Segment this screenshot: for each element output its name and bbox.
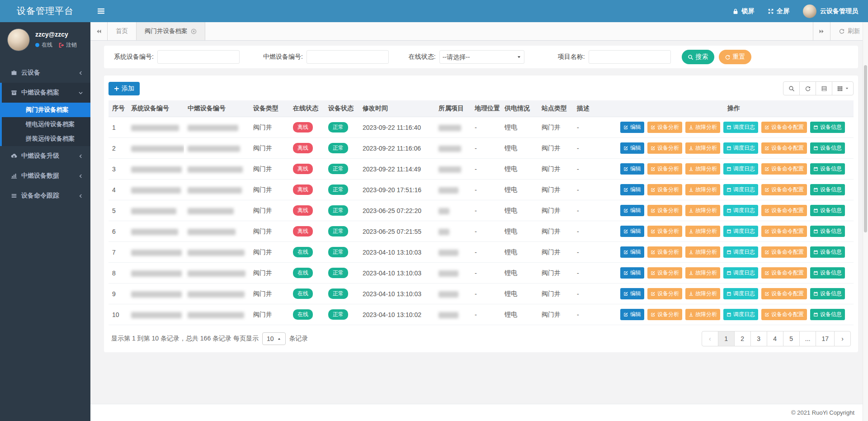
sidebar-item[interactable]: 中燃设备档案: [2, 83, 90, 103]
page-button-›[interactable]: ›: [834, 331, 851, 346]
device-command-config-button[interactable]: 设备命令配置: [761, 246, 807, 258]
page-button-1[interactable]: 1: [718, 331, 735, 346]
page-button-...[interactable]: ...: [799, 331, 816, 346]
dispatch-log-button[interactable]: 调度日志: [723, 288, 758, 299]
device-analysis-button[interactable]: 设备分析: [647, 205, 682, 216]
page-button-17[interactable]: 17: [816, 331, 835, 346]
add-button[interactable]: 添加: [108, 82, 140, 95]
fault-analysis-button[interactable]: 故障分析: [685, 163, 720, 175]
table-columns-button[interactable]: [832, 81, 854, 95]
sidebar-item[interactable]: 中燃设备升级: [0, 146, 90, 166]
device-info-button[interactable]: 设备信息: [810, 246, 845, 258]
edit-button[interactable]: 编辑: [620, 246, 644, 258]
edit-button[interactable]: 编辑: [620, 122, 644, 133]
dispatch-log-button[interactable]: 调度日志: [723, 122, 758, 133]
fault-analysis-button[interactable]: 故障分析: [685, 267, 720, 279]
page-button-5[interactable]: 5: [783, 331, 800, 346]
page-button-3[interactable]: 3: [750, 331, 767, 346]
dispatch-log-button[interactable]: 调度日志: [723, 267, 758, 279]
project-name-input[interactable]: [589, 50, 671, 64]
device-command-config-button[interactable]: 设备命令配置: [761, 142, 807, 154]
device-command-config-button[interactable]: 设备命令配置: [761, 267, 807, 279]
page-button-2[interactable]: 2: [734, 331, 751, 346]
fault-analysis-button[interactable]: 故障分析: [685, 288, 720, 299]
device-info-button[interactable]: 设备信息: [810, 184, 845, 195]
dispatch-log-button[interactable]: 调度日志: [723, 163, 758, 175]
device-analysis-button[interactable]: 设备分析: [647, 226, 682, 237]
device-info-button[interactable]: 设备信息: [810, 309, 845, 320]
fault-analysis-button[interactable]: 故障分析: [685, 309, 720, 320]
sidebar-subitem[interactable]: 阀门井设备档案: [2, 103, 90, 117]
system-device-no-input[interactable]: [157, 50, 240, 64]
device-analysis-button[interactable]: 设备分析: [647, 288, 682, 299]
table-search-button[interactable]: [783, 81, 800, 95]
page-button-4[interactable]: 4: [767, 331, 783, 346]
fullscreen-button[interactable]: 全屏: [768, 7, 789, 15]
device-info-button[interactable]: 设备信息: [810, 122, 845, 133]
device-analysis-button[interactable]: 设备分析: [647, 142, 682, 154]
edit-button[interactable]: 编辑: [620, 163, 644, 175]
sidebar-subitem[interactable]: 拼装远传设备档案: [2, 132, 90, 146]
fault-analysis-button[interactable]: 故障分析: [685, 226, 720, 237]
user-menu[interactable]: 云设备管理员: [803, 5, 858, 18]
fault-analysis-button[interactable]: 故障分析: [685, 205, 720, 216]
dispatch-log-button[interactable]: 调度日志: [723, 226, 758, 237]
device-analysis-button[interactable]: 设备分析: [647, 267, 682, 279]
device-analysis-button[interactable]: 设备分析: [647, 122, 682, 133]
tab-scroll-left-button[interactable]: [90, 22, 108, 40]
table-refresh-button[interactable]: [799, 81, 816, 95]
dispatch-log-button[interactable]: 调度日志: [723, 205, 758, 216]
gas-device-no-input[interactable]: [307, 50, 389, 64]
edit-button[interactable]: 编辑: [620, 205, 644, 216]
device-info-button[interactable]: 设备信息: [810, 205, 845, 216]
tab-scroll-right-button[interactable]: [813, 22, 830, 40]
fault-analysis-button[interactable]: 故障分析: [685, 142, 720, 154]
device-info-button[interactable]: 设备信息: [810, 142, 845, 154]
device-analysis-button[interactable]: 设备分析: [647, 309, 682, 320]
edit-button[interactable]: 编辑: [620, 184, 644, 195]
device-command-config-button[interactable]: 设备命令配置: [761, 163, 807, 175]
sidebar-item[interactable]: 中燃设备数据: [0, 166, 90, 186]
device-analysis-button[interactable]: 设备分析: [647, 163, 682, 175]
scrollbar-thumb[interactable]: [864, 65, 867, 232]
close-icon[interactable]: [191, 28, 197, 34]
device-analysis-button[interactable]: 设备分析: [647, 184, 682, 195]
dispatch-log-button[interactable]: 调度日志: [723, 142, 758, 154]
dispatch-log-button[interactable]: 调度日志: [723, 309, 758, 320]
edit-button[interactable]: 编辑: [620, 309, 644, 320]
logout-button[interactable]: 注销: [58, 41, 77, 49]
device-command-config-button[interactable]: 设备命令配置: [761, 309, 807, 320]
online-status-select[interactable]: --请选择--: [439, 50, 524, 64]
device-analysis-button[interactable]: 设备分析: [647, 246, 682, 258]
device-info-button[interactable]: 设备信息: [810, 163, 845, 175]
device-command-config-button[interactable]: 设备命令配置: [761, 122, 807, 133]
device-info-button[interactable]: 设备信息: [810, 267, 845, 279]
device-command-config-button[interactable]: 设备命令配置: [761, 226, 807, 237]
table-detail-view-button[interactable]: [816, 81, 832, 95]
lock-screen-button[interactable]: 锁屏: [732, 7, 754, 15]
sidebar-item[interactable]: 云设备: [0, 63, 90, 83]
tab[interactable]: 首页: [108, 22, 137, 40]
edit-button[interactable]: 编辑: [620, 226, 644, 237]
reset-button[interactable]: 重置: [719, 50, 751, 64]
page-button-‹[interactable]: ‹: [702, 331, 718, 346]
edit-button[interactable]: 编辑: [620, 142, 644, 154]
device-info-button[interactable]: 设备信息: [810, 226, 845, 237]
tab[interactable]: 阀门井设备档案: [137, 22, 205, 40]
dispatch-log-button[interactable]: 调度日志: [723, 184, 758, 195]
edit-button[interactable]: 编辑: [620, 288, 644, 299]
avatar[interactable]: [7, 28, 30, 51]
fault-analysis-button[interactable]: 故障分析: [685, 184, 720, 195]
search-button[interactable]: 搜索: [682, 50, 714, 64]
fault-analysis-button[interactable]: 故障分析: [685, 122, 720, 133]
device-command-config-button[interactable]: 设备命令配置: [761, 184, 807, 195]
fault-analysis-button[interactable]: 故障分析: [685, 246, 720, 258]
sidebar-item[interactable]: 设备命令跟踪: [0, 186, 90, 206]
device-command-config-button[interactable]: 设备命令配置: [761, 205, 807, 216]
sidebar-toggle-button[interactable]: [90, 0, 111, 22]
dispatch-log-button[interactable]: 调度日志: [723, 246, 758, 258]
device-command-config-button[interactable]: 设备命令配置: [761, 288, 807, 299]
device-info-button[interactable]: 设备信息: [810, 288, 845, 299]
sidebar-subitem[interactable]: 锂电远传设备档案: [2, 117, 90, 132]
page-size-dropdown[interactable]: 10: [262, 332, 286, 345]
